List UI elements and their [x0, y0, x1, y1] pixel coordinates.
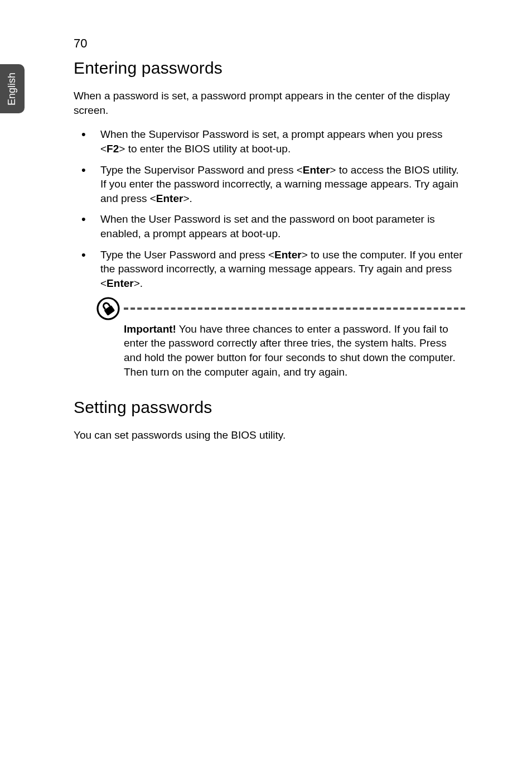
divider-dashed: [124, 307, 465, 310]
bullet-text: Type the Supervisor Password and press <: [100, 164, 303, 176]
section2-title: Setting passwords: [74, 398, 464, 417]
page-content: Entering passwords When a password is se…: [74, 59, 464, 453]
section2-intro: You can set passwords using the BIOS uti…: [74, 428, 464, 443]
bullet-text: >.: [183, 193, 192, 204]
important-text: Important! You have three chances to ent…: [74, 300, 467, 379]
page-number: 70: [74, 36, 87, 51]
key-enter: Enter: [274, 249, 302, 261]
list-item: Type the Supervisor Password and press <…: [74, 163, 464, 206]
section2: Setting passwords You can set passwords …: [74, 398, 464, 443]
bullet-text: When the User Password is set and the pa…: [100, 213, 435, 239]
key-enter: Enter: [156, 193, 183, 204]
key-enter: Enter: [107, 277, 134, 289]
list-item: When the Supervisor Password is set, a p…: [74, 127, 464, 156]
key-enter: Enter: [303, 164, 330, 176]
language-label: English: [7, 72, 18, 105]
bullet-text: > to enter the BIOS utility at boot-up.: [119, 143, 291, 155]
key-f2: F2: [107, 143, 119, 155]
bullet-text: Type the User Password and press <: [100, 249, 274, 261]
list-item: Type the User Password and press <Enter>…: [74, 248, 464, 291]
section1-intro: When a password is set, a password promp…: [74, 89, 464, 117]
important-label: Important!: [124, 323, 176, 335]
lock-icon: [96, 296, 120, 321]
important-block: Important! You have three chances to ent…: [74, 300, 464, 379]
svg-rect-1: [104, 305, 115, 315]
list-item: When the User Password is set and the pa…: [74, 212, 464, 241]
bullet-text: >.: [134, 277, 143, 289]
bullet-list: When the Supervisor Password is set, a p…: [74, 127, 464, 290]
language-tab: English: [0, 64, 25, 113]
section1-title: Entering passwords: [74, 59, 464, 78]
